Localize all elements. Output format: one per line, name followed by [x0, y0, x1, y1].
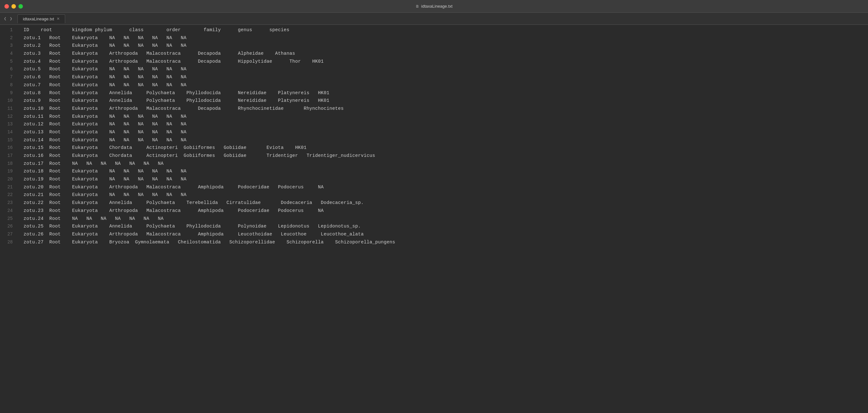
table-row: 6 zotu.5 Root Eukaryota NA NA NA NA NA N… [0, 65, 868, 73]
table-row: 7 zotu.6 Root Eukaryota NA NA NA NA NA N… [0, 73, 868, 81]
window-controls[interactable] [4, 4, 23, 8]
line-number: 3 [0, 42, 18, 49]
line-number: 18 [0, 160, 18, 167]
line-content: zotu.27 Root Eukaryota Bryozoa Gymnolaem… [18, 239, 395, 246]
line-content: zotu.26 Root Eukaryota Arthropoda Malaco… [18, 231, 364, 238]
line-content: zotu.22 Root Eukaryota Annelida Polychae… [18, 199, 364, 206]
table-row: 20 zotu.19 Root Eukaryota NA NA NA NA NA… [0, 175, 868, 183]
table-row: 16 zotu.15 Root Eukaryota Chordata Actin… [0, 144, 868, 152]
line-number: 9 [0, 90, 18, 97]
line-content: zotu.21 Root Eukaryota NA NA NA NA NA NA [18, 191, 187, 198]
table-row: 21 zotu.20 Root Eukaryota Arthropoda Mal… [0, 183, 868, 191]
line-content: ID root kingdom phylum class order famil… [18, 26, 289, 33]
line-content: zotu.13 Root Eukaryota NA NA NA NA NA NA [18, 128, 187, 136]
line-number: 10 [0, 97, 18, 105]
line-number: 24 [0, 207, 18, 214]
line-content: zotu.12 Root Eukaryota NA NA NA NA NA NA [18, 121, 187, 127]
line-number: 23 [0, 200, 18, 206]
line-number: 7 [0, 74, 18, 81]
table-row: 12 zotu.11 Root Eukaryota NA NA NA NA NA… [0, 113, 868, 121]
line-number: 12 [0, 113, 18, 120]
minimize-button[interactable] [11, 4, 16, 8]
line-content: zotu.4 Root Eukaryota Arthropoda Malacos… [18, 58, 324, 65]
tab-close-button[interactable]: ✕ [57, 17, 60, 21]
table-row: 8 zotu.7 Root Eukaryota NA NA NA NA NA N… [0, 81, 868, 89]
window-title-text: idtaxaLineage.txt [421, 4, 453, 8]
table-row: 22 zotu.21 Root Eukaryota NA NA NA NA NA… [0, 191, 868, 199]
line-number: 13 [0, 121, 18, 128]
line-content: zotu.14 Root Eukaryota NA NA NA NA NA NA [18, 137, 187, 144]
line-number: 8 [0, 82, 18, 89]
table-row: 11 zotu.10 Root Eukaryota Arthropoda Mal… [0, 105, 868, 113]
line-number: 22 [0, 191, 18, 199]
close-button[interactable] [4, 4, 9, 8]
file-icon: 🗎 [415, 4, 420, 8]
table-row: 25 zotu.24 Root NA NA NA NA NA NA NA [0, 215, 868, 223]
table-row: 13 zotu.12 Root Eukaryota NA NA NA NA NA… [0, 120, 868, 128]
line-number: 5 [0, 58, 18, 65]
table-row: 19 zotu.18 Root Eukaryota NA NA NA NA NA… [0, 167, 868, 175]
tab-bar: ❮ ❯ idtaxaLineage.txt ✕ [0, 13, 868, 25]
line-content: zotu.17 Root NA NA NA NA NA NA NA [18, 160, 164, 167]
tab-label: idtaxaLineage.txt [23, 17, 54, 21]
line-content: zotu.3 Root Eukaryota Arthropoda Malacos… [18, 50, 295, 57]
line-content: zotu.10 Root Eukaryota Arthropoda Malaco… [18, 105, 344, 112]
line-content: zotu.1 Root Eukaryota NA NA NA NA NA NA [18, 34, 187, 41]
line-number: 15 [0, 137, 18, 144]
line-content: zotu.15 Root Eukaryota Chordata Actinopt… [18, 144, 307, 151]
table-row: 28 zotu.27 Root Eukaryota Bryozoa Gymnol… [0, 238, 868, 246]
line-number: 19 [0, 168, 18, 175]
line-content: zotu.9 Root Eukaryota Annelida Polychaet… [18, 97, 330, 104]
line-number: 14 [0, 129, 18, 136]
window-title: 🗎 idtaxaLineage.txt [415, 4, 453, 8]
nav-arrows[interactable]: ❮ ❯ [3, 15, 14, 22]
line-number: 6 [0, 66, 18, 73]
line-content: zotu.18 Root Eukaryota NA NA NA NA NA NA [18, 168, 187, 175]
line-content: zotu.6 Root Eukaryota NA NA NA NA NA NA [18, 73, 187, 81]
table-row: 24 zotu.23 Root Eukaryota Arthropoda Mal… [0, 207, 868, 215]
content-area: 1 ID root kingdom phylum class order fam… [0, 25, 868, 413]
table-row: 17 zotu.16 Root Eukaryota Chordata Actin… [0, 152, 868, 160]
table-row: 14 zotu.13 Root Eukaryota NA NA NA NA NA… [0, 128, 868, 136]
line-content: zotu.7 Root Eukaryota NA NA NA NA NA NA [18, 82, 187, 88]
line-content: zotu.5 Root Eukaryota NA NA NA NA NA NA [18, 65, 187, 72]
table-row: 3 zotu.2 Root Eukaryota NA NA NA NA NA N… [0, 42, 868, 50]
line-content: zotu.11 Root Eukaryota NA NA NA NA NA NA [18, 113, 187, 120]
active-tab[interactable]: idtaxaLineage.txt ✕ [18, 14, 65, 23]
table-row: 15 zotu.14 Root Eukaryota NA NA NA NA NA… [0, 136, 868, 144]
line-number: 28 [0, 239, 18, 246]
line-number: 25 [0, 215, 18, 223]
line-number: 27 [0, 231, 18, 238]
table-row: 27 zotu.26 Root Eukaryota Arthropoda Mal… [0, 230, 868, 238]
table-row: 10 zotu.9 Root Eukaryota Annelida Polych… [0, 97, 868, 105]
table-row: 4 zotu.3 Root Eukaryota Arthropoda Malac… [0, 50, 868, 58]
line-number: 21 [0, 184, 18, 191]
line-content: zotu.16 Root Eukaryota Chordata Actinopt… [18, 152, 375, 159]
table-row: 9 zotu.8 Root Eukaryota Annelida Polycha… [0, 89, 868, 97]
maximize-button[interactable] [19, 4, 23, 8]
line-content: zotu.23 Root Eukaryota Arthropoda Malaco… [18, 207, 324, 214]
table-row: 26 zotu.25 Root Eukaryota Annelida Polyc… [0, 223, 868, 230]
line-number: 16 [0, 144, 18, 151]
line-number: 4 [0, 50, 18, 57]
line-content: zotu.2 Root Eukaryota NA NA NA NA NA NA [18, 42, 187, 49]
table-row: 5 zotu.4 Root Eukaryota Arthropoda Malac… [0, 58, 868, 65]
line-number: 17 [0, 152, 18, 159]
line-content: zotu.20 Root Eukaryota Arthropoda Malaco… [18, 184, 324, 190]
line-content: zotu.8 Root Eukaryota Annelida Polychaet… [18, 89, 330, 96]
line-number: 26 [0, 223, 18, 230]
line-content: zotu.19 Root Eukaryota NA NA NA NA NA NA [18, 176, 187, 183]
table-row: 1 ID root kingdom phylum class order fam… [0, 26, 868, 34]
line-number: 20 [0, 176, 18, 183]
line-number: 11 [0, 105, 18, 112]
table-row: 18 zotu.17 Root NA NA NA NA NA NA NA [0, 160, 868, 168]
table-row: 23 zotu.22 Root Eukaryota Annelida Polyc… [0, 199, 868, 207]
back-arrow[interactable]: ❮ [3, 15, 8, 22]
line-number: 2 [0, 35, 18, 42]
line-number: 1 [0, 27, 18, 34]
title-bar: 🗎 idtaxaLineage.txt [0, 0, 868, 13]
table-row: 2 zotu.1 Root Eukaryota NA NA NA NA NA N… [0, 34, 868, 42]
line-content: zotu.25 Root Eukaryota Annelida Polychae… [18, 223, 361, 230]
forward-arrow[interactable]: ❯ [8, 15, 13, 22]
line-content: zotu.24 Root NA NA NA NA NA NA NA [18, 215, 164, 222]
